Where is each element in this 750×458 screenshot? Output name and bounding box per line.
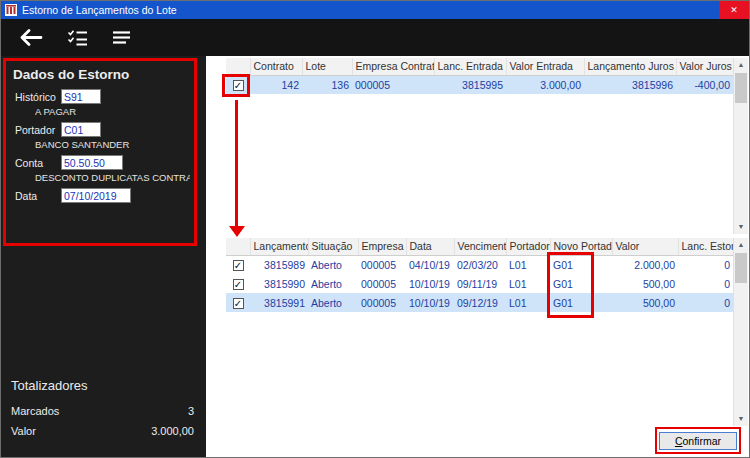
column-header[interactable]: Lote — [302, 58, 352, 75]
grid-cell: 3815996 — [584, 75, 676, 94]
column-header[interactable]: Data — [406, 238, 454, 255]
column-header[interactable]: Valor Entrada — [506, 58, 584, 75]
top-grid-scrollbar[interactable]: ▲ ▼ — [733, 58, 748, 234]
bottom-grid-scrollbar[interactable]: ▲ ▼ — [733, 238, 748, 426]
column-header[interactable]: Lançamento — [250, 238, 308, 255]
grid-cell: 02/03/20 — [454, 255, 506, 274]
grid-cell: 000005 — [358, 274, 406, 293]
checklist-icon — [67, 29, 88, 46]
portador-description: BANCO SANTANDER — [35, 139, 190, 150]
column-header[interactable]: Valor — [612, 238, 678, 255]
checkbox-cell[interactable]: ✓ — [226, 274, 250, 293]
column-header[interactable]: Novo Portador — [550, 238, 612, 255]
scrollbar-thumb[interactable] — [735, 73, 747, 103]
row-checkbox[interactable]: ✓ — [233, 260, 244, 271]
app-window: Estorno de Lançamentos do Lote ✕ — [0, 0, 750, 458]
grid-cell: 3815995 — [434, 75, 506, 94]
grid-cell: 09/11/19 — [454, 274, 506, 293]
valor-value: 3.000,00 — [151, 425, 194, 437]
conta-description: DESCONTO DUPLICATAS CONTRATO BAN — [35, 172, 190, 183]
portador-label: Portador — [15, 124, 61, 136]
column-header[interactable]: Vencimento — [454, 238, 506, 255]
conta-input[interactable] — [61, 155, 123, 170]
row-checkbox[interactable]: ✓ — [233, 298, 244, 309]
grid-cell: 500,00 — [612, 274, 678, 293]
app-icon — [5, 4, 17, 16]
row-checkbox[interactable]: ✓ — [233, 80, 244, 91]
grid-cell: 3815991 — [250, 293, 308, 312]
historico-description: A PAGAR — [35, 106, 190, 117]
table-row[interactable]: ✓3815989Aberto00000504/10/1902/03/20L01G… — [226, 255, 733, 274]
scroll-down-icon[interactable]: ▼ — [734, 412, 748, 426]
grid-cell: Aberto — [308, 293, 358, 312]
confirm-label-rest: onfirmar — [682, 435, 721, 447]
window-title: Estorno de Lançamentos do Lote — [22, 4, 719, 16]
marcados-value: 3 — [188, 405, 194, 417]
conta-field-row: Conta — [15, 155, 190, 170]
table-row[interactable]: ✓3815991Aberto00000510/10/1909/12/19L01G… — [226, 293, 733, 312]
data-label: Data — [15, 190, 61, 202]
confirm-button[interactable]: Confirmar — [659, 432, 737, 450]
footer-bar: Confirmar — [206, 426, 749, 457]
header-row: ContratoLoteEmpresa ContratoLanc. Entrad… — [226, 58, 733, 75]
data-input[interactable] — [61, 188, 131, 203]
column-header[interactable]: Contrato — [250, 58, 302, 75]
column-header[interactable]: Situação — [308, 238, 358, 255]
table-row[interactable]: ✓3815990Aberto00000510/10/1909/11/19L01G… — [226, 274, 733, 293]
close-button[interactable]: ✕ — [719, 1, 749, 19]
column-header[interactable]: Portador — [506, 238, 550, 255]
checkbox-cell[interactable]: ✓ — [226, 293, 250, 312]
marcados-row: Marcados 3 — [11, 405, 194, 417]
historico-field-row: Histórico — [15, 89, 190, 104]
scroll-up-icon[interactable]: ▲ — [734, 238, 748, 252]
installments-grid: LançamentoSituaçãoEmpresaDataVencimentoP… — [206, 238, 749, 426]
historico-label: Histórico — [15, 91, 61, 103]
annotation-dados-box: Dados do Estorno Histórico A PAGAR Porta… — [3, 58, 197, 246]
header-row: LançamentoSituaçãoEmpresaDataVencimentoP… — [226, 238, 733, 255]
column-header[interactable]: Lanc. Entrada — [434, 58, 506, 75]
grid-cell: 3815990 — [250, 274, 308, 293]
back-button[interactable] — [19, 29, 43, 46]
sidebar: Dados do Estorno Histórico A PAGAR Porta… — [1, 56, 206, 457]
back-arrow-icon — [19, 29, 43, 46]
checkbox-column-header[interactable] — [226, 58, 250, 75]
grid-cell: 10/10/19 — [406, 274, 454, 293]
table-row[interactable]: ✓14213600000538159953.000,003815996-400,… — [226, 75, 733, 94]
column-header[interactable]: Lançamento Juros — [584, 58, 676, 75]
checkbox-column-header[interactable] — [226, 238, 250, 255]
conta-label: Conta — [15, 157, 61, 169]
section-title: Dados do Estorno — [13, 67, 190, 82]
checkbox-cell[interactable]: ✓ — [226, 255, 250, 274]
main-area: ContratoLoteEmpresa ContratoLanc. Entrad… — [206, 56, 749, 457]
scroll-down-icon[interactable]: ▼ — [734, 220, 748, 234]
column-header[interactable]: Empresa Contrato — [352, 58, 434, 75]
grid-cell: 2.000,00 — [612, 255, 678, 274]
grid-cell: L01 — [506, 293, 550, 312]
row-checkbox[interactable]: ✓ — [233, 279, 244, 290]
checklist-button[interactable] — [67, 29, 88, 46]
portador-input[interactable] — [61, 122, 101, 137]
totals-title: Totalizadores — [11, 378, 194, 393]
grid-cell: L01 — [506, 274, 550, 293]
grid-cell: L01 — [506, 255, 550, 274]
menu-button[interactable] — [112, 30, 131, 45]
column-header[interactable]: Valor Juros — [676, 58, 733, 75]
column-header[interactable]: Lanc. Estorno — [678, 238, 733, 255]
grid-cell: G01 — [550, 293, 612, 312]
annotation-confirm-box: Confirmar — [655, 427, 741, 454]
column-header[interactable]: Empresa — [358, 238, 406, 255]
toolbar — [1, 19, 749, 56]
grid-cell: Aberto — [308, 255, 358, 274]
grid-cell: 0 — [678, 274, 733, 293]
titlebar[interactable]: Estorno de Lançamentos do Lote ✕ — [1, 1, 749, 19]
valor-row: Valor 3.000,00 — [11, 425, 194, 437]
scrollbar-thumb[interactable] — [735, 253, 747, 283]
grid-cell: 142 — [250, 75, 302, 94]
portador-field-row: Portador — [15, 122, 190, 137]
grid-cell: 3815989 — [250, 255, 308, 274]
checkbox-cell[interactable]: ✓ — [226, 75, 250, 94]
historico-input[interactable] — [61, 89, 101, 104]
grid-cell: G01 — [550, 255, 612, 274]
grid-cell: 136 — [302, 75, 352, 94]
scroll-up-icon[interactable]: ▲ — [734, 58, 748, 72]
